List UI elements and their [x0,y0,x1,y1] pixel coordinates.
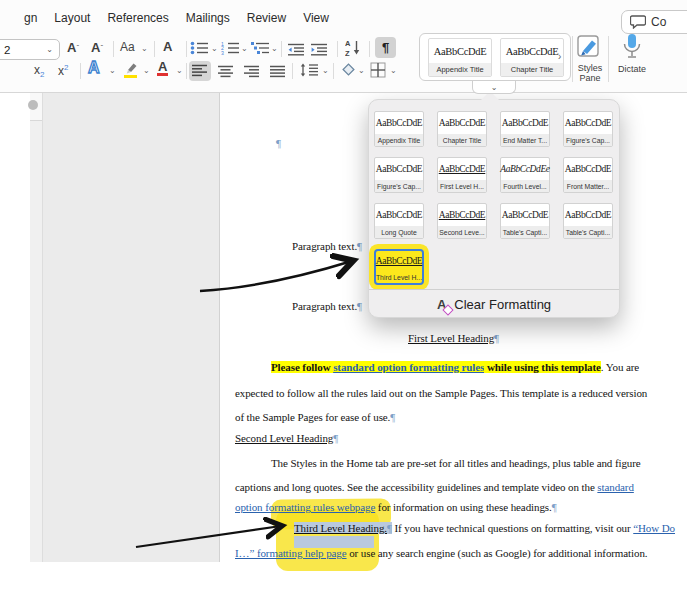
outdent-icon [288,43,305,56]
hyperlink[interactable]: option formatting rules webpage [235,501,375,513]
style-card[interactable]: AaBbCcDdETable's Capti... [563,203,613,239]
borders-button[interactable] [370,62,386,82]
document-line: Please follow standard option formatting… [271,360,639,374]
chevron-down-icon[interactable]: ⌄ [141,45,148,53]
ribbon-tab-references[interactable]: References [107,11,168,25]
shrink-font-button[interactable]: Aˇ [91,41,103,54]
comments-button[interactable]: Co [621,10,687,34]
dictate-button[interactable] [620,33,644,66]
font-color-button[interactable]: A [157,60,168,76]
gallery-style-card[interactable]: AaBbCcDdEAppendix Title [428,38,492,77]
decrease-indent-button[interactable] [288,42,305,60]
chevron-down-icon[interactable]: ⌄ [46,45,53,54]
font-size-input[interactable]: 2 ⌄ [0,39,60,60]
chevron-down-icon[interactable]: ⌄ [109,67,116,75]
ribbon-tab-view[interactable]: View [303,11,329,25]
hyperlink[interactable]: I…” formatting help page [235,547,347,559]
style-preview: AaBbCcDdE [501,39,563,63]
divider [281,41,282,57]
highlight-button[interactable] [123,61,139,82]
line-spacing-button[interactable] [300,63,319,81]
style-label: Appendix Title [375,134,423,146]
style-label: Second Leve... [438,226,486,238]
pilcrow-mark: ¶ [494,332,499,344]
style-card[interactable]: AaBbCcDdELong Quote [374,203,424,239]
style-card[interactable]: AaBbCcDdEAppendix Title [374,111,424,147]
ribbon-tab-layout[interactable]: Layout [54,11,90,25]
style-card[interactable]: AaBbCcDdEEnd Matter T... [500,111,550,147]
align-center-button[interactable] [218,64,234,82]
sort-button[interactable]: AZ [345,38,361,61]
ribbon-tab-gn[interactable]: gn [24,11,37,25]
divider [292,63,293,79]
caret-down-icon: ˇ [100,43,103,52]
pilcrow-mark: ¶ [357,300,362,312]
document-line: Third Level Heading.¶ If you have techni… [294,521,675,535]
dictate-label: Dictate [612,65,652,75]
justify-button[interactable] [270,64,286,82]
chevron-down-icon[interactable]: ⌄ [390,67,397,75]
divider [186,41,187,57]
style-label: Long Quote [375,226,423,238]
document-line: First Level Heading¶ [235,331,672,345]
ribbon-tab-review[interactable]: Review [247,11,286,25]
ribbon-tab-bar: gnLayoutReferencesMailingsReviewView [24,11,329,25]
subscript-button[interactable]: x2 [34,63,44,79]
style-card[interactable]: AaBbCcDdEeFourth Level... [500,157,550,193]
ribbon-tab-mailings[interactable]: Mailings [186,11,230,25]
shading-button[interactable] [341,62,356,81]
style-card[interactable]: AaBbCcDdEFigure's Cap... [563,111,613,147]
style-card[interactable]: AaBbCcDdEFront Matter... [563,157,613,193]
document-line: Paragraph text.¶ [292,299,362,313]
style-card[interactable]: AaBbCcDdEFirst Level H... [437,157,487,193]
show-formatting-marks-button[interactable]: ¶ [375,37,396,58]
gallery-style-card[interactable]: AaBbCcDdEChapter Title [500,38,564,77]
pilcrow-mark: ¶ [552,501,557,513]
styles-pane-button[interactable] [576,34,602,64]
increase-indent-button[interactable] [311,42,328,60]
gallery-more-button[interactable]: › [558,51,561,62]
chevron-down-icon[interactable]: ⌄ [358,67,365,75]
chevron-down-icon[interactable]: ⌄ [143,67,150,75]
chevron-down-icon[interactable]: ⌄ [211,45,218,53]
gallery-expand-button[interactable]: ⌄ [472,81,516,94]
clear-formatting-menu-item[interactable]: A Clear Formatting [369,291,619,317]
chevron-down-icon[interactable]: ⌄ [176,67,183,75]
style-card[interactable]: AaBbCcDdEThird Level H... [374,249,424,285]
styles-pane-icon [576,34,602,60]
style-card[interactable]: AaBbCcDdEChapter Title [437,111,487,147]
style-label: First Level H... [438,180,486,192]
hyperlink[interactable]: standard option formatting rules [333,361,484,373]
text-effects-button[interactable]: A [88,59,100,77]
chevron-down-icon[interactable]: ⌄ [271,45,278,53]
align-right-icon [244,65,260,78]
multilevel-list-button[interactable] [251,41,270,59]
divider [80,63,81,79]
style-card[interactable]: AaBbCcDdESecond Leve... [437,203,487,239]
style-card[interactable]: AaBbCcDdEFigure's Cap... [374,157,424,193]
chevron-down-icon[interactable]: ⌄ [322,67,329,75]
hyperlink[interactable]: standard [597,481,633,493]
comment-bubble-icon [630,15,646,29]
grow-font-button[interactable]: Aˆ [67,41,79,54]
chevron-down-icon[interactable]: ⌄ [241,45,248,53]
font-size-value: 2 [4,44,10,56]
clear-formatting-label: Clear Formatting [454,297,551,312]
style-preview: AaBbCcDdE [501,204,549,226]
hyperlink[interactable]: “How Do [633,522,675,534]
style-label: Front Matter... [564,180,612,192]
align-right-button[interactable] [244,64,260,82]
bullets-button[interactable] [190,41,209,59]
text-run: of the Sample Pages for ease of use. [235,411,390,423]
text-run: . You are [601,361,639,373]
style-preview: AaBbCcDdE [375,158,423,180]
style-preview: AaBbCcDdE [564,204,612,226]
style-card[interactable]: AaBbCcDdETable's Capti... [500,203,550,239]
numbering-button[interactable]: 123 [221,41,240,59]
style-label: Chapter Title [501,63,563,76]
divider [113,41,114,57]
align-left-button[interactable] [189,61,211,81]
change-case-button[interactable]: Aa [120,41,135,54]
superscript-button[interactable]: x2 [58,63,68,78]
text-run: while using this template [484,361,601,373]
